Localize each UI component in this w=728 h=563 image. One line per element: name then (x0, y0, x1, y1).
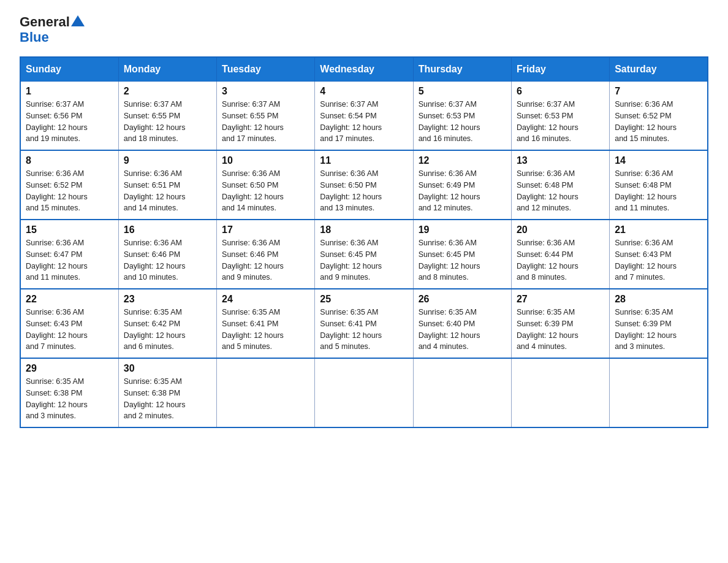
day-info: Sunrise: 6:36 AMSunset: 6:51 PMDaylight:… (124, 168, 211, 214)
day-number: 26 (419, 294, 506, 305)
day-info: Sunrise: 6:35 AMSunset: 6:41 PMDaylight:… (222, 307, 309, 353)
calendar-cell: 24Sunrise: 6:35 AMSunset: 6:41 PMDayligh… (217, 289, 315, 358)
calendar-table: SundayMondayTuesdayWednesdayThursdayFrid… (20, 56, 708, 428)
day-info: Sunrise: 6:36 AMSunset: 6:43 PMDaylight:… (26, 307, 113, 353)
calendar-cell (217, 358, 315, 427)
day-info: Sunrise: 6:35 AMSunset: 6:38 PMDaylight:… (124, 376, 211, 422)
calendar-week-row: 8Sunrise: 6:36 AMSunset: 6:52 PMDaylight… (20, 150, 708, 220)
calendar-cell: 25Sunrise: 6:35 AMSunset: 6:41 PMDayligh… (315, 289, 413, 358)
day-info: Sunrise: 6:36 AMSunset: 6:44 PMDaylight:… (517, 237, 604, 283)
calendar-cell: 26Sunrise: 6:35 AMSunset: 6:40 PMDayligh… (413, 289, 511, 358)
day-number: 6 (517, 86, 604, 97)
calendar-week-row: 1Sunrise: 6:37 AMSunset: 6:56 PMDaylight… (20, 82, 708, 151)
calendar-cell: 18Sunrise: 6:36 AMSunset: 6:45 PMDayligh… (315, 220, 413, 289)
day-number: 19 (419, 224, 506, 236)
day-number: 13 (517, 155, 604, 166)
day-info: Sunrise: 6:35 AMSunset: 6:40 PMDaylight:… (419, 307, 506, 353)
calendar-cell: 29Sunrise: 6:35 AMSunset: 6:38 PMDayligh… (20, 358, 118, 427)
day-info: Sunrise: 6:36 AMSunset: 6:50 PMDaylight:… (222, 168, 309, 214)
day-info: Sunrise: 6:36 AMSunset: 6:50 PMDaylight:… (320, 168, 408, 214)
calendar-cell: 23Sunrise: 6:35 AMSunset: 6:42 PMDayligh… (118, 289, 216, 358)
day-info: Sunrise: 6:36 AMSunset: 6:46 PMDaylight:… (124, 237, 211, 283)
day-info: Sunrise: 6:35 AMSunset: 6:38 PMDaylight:… (26, 376, 113, 422)
day-number: 16 (124, 224, 211, 236)
calendar-cell: 15Sunrise: 6:36 AMSunset: 6:47 PMDayligh… (20, 220, 118, 289)
day-number: 28 (615, 294, 702, 305)
calendar-cell: 1Sunrise: 6:37 AMSunset: 6:56 PMDaylight… (20, 82, 118, 151)
day-info: Sunrise: 6:36 AMSunset: 6:46 PMDaylight:… (222, 237, 309, 283)
day-of-week-header: Wednesday (315, 57, 413, 82)
calendar-header: SundayMondayTuesdayWednesdayThursdayFrid… (20, 57, 708, 82)
calendar-cell: 17Sunrise: 6:36 AMSunset: 6:46 PMDayligh… (217, 220, 315, 289)
day-info: Sunrise: 6:35 AMSunset: 6:39 PMDaylight:… (615, 307, 702, 353)
calendar-cell (511, 358, 609, 427)
calendar-cell: 11Sunrise: 6:36 AMSunset: 6:50 PMDayligh… (315, 150, 413, 220)
logo-general: General (20, 15, 70, 29)
calendar-cell: 12Sunrise: 6:36 AMSunset: 6:49 PMDayligh… (413, 150, 511, 220)
day-number: 15 (26, 224, 113, 236)
logo-blue: Blue (20, 29, 49, 45)
calendar-cell: 22Sunrise: 6:36 AMSunset: 6:43 PMDayligh… (20, 289, 118, 358)
day-of-week-header: Saturday (610, 57, 708, 82)
logo-triangle-icon (71, 15, 85, 26)
day-number: 7 (615, 86, 702, 97)
day-number: 22 (26, 294, 113, 305)
day-number: 4 (320, 86, 408, 97)
day-number: 18 (320, 224, 408, 236)
day-info: Sunrise: 6:37 AMSunset: 6:55 PMDaylight:… (124, 99, 211, 145)
day-number: 25 (320, 294, 408, 305)
day-of-week-header: Monday (118, 57, 216, 82)
day-number: 3 (222, 86, 309, 97)
day-info: Sunrise: 6:35 AMSunset: 6:41 PMDaylight:… (320, 307, 408, 353)
calendar-week-row: 15Sunrise: 6:36 AMSunset: 6:47 PMDayligh… (20, 220, 708, 289)
calendar-cell: 3Sunrise: 6:37 AMSunset: 6:55 PMDaylight… (217, 82, 315, 151)
day-info: Sunrise: 6:36 AMSunset: 6:45 PMDaylight:… (419, 237, 506, 283)
day-info: Sunrise: 6:37 AMSunset: 6:56 PMDaylight:… (26, 99, 113, 145)
calendar-body: 1Sunrise: 6:37 AMSunset: 6:56 PMDaylight… (20, 82, 708, 428)
calendar-cell: 28Sunrise: 6:35 AMSunset: 6:39 PMDayligh… (610, 289, 708, 358)
day-info: Sunrise: 6:36 AMSunset: 6:43 PMDaylight:… (615, 237, 702, 283)
calendar-week-row: 22Sunrise: 6:36 AMSunset: 6:43 PMDayligh… (20, 289, 708, 358)
day-of-week-header: Thursday (413, 57, 511, 82)
calendar-cell: 30Sunrise: 6:35 AMSunset: 6:38 PMDayligh… (118, 358, 216, 427)
day-info: Sunrise: 6:37 AMSunset: 6:55 PMDaylight:… (222, 99, 309, 145)
day-number: 2 (124, 86, 211, 97)
day-info: Sunrise: 6:35 AMSunset: 6:39 PMDaylight:… (517, 307, 604, 353)
day-info: Sunrise: 6:36 AMSunset: 6:52 PMDaylight:… (26, 168, 113, 214)
day-number: 11 (320, 155, 408, 166)
day-info: Sunrise: 6:36 AMSunset: 6:52 PMDaylight:… (615, 99, 702, 145)
day-number: 29 (26, 363, 113, 374)
day-number: 17 (222, 224, 309, 236)
calendar-cell: 20Sunrise: 6:36 AMSunset: 6:44 PMDayligh… (511, 220, 609, 289)
day-number: 5 (419, 86, 506, 97)
calendar-cell: 16Sunrise: 6:36 AMSunset: 6:46 PMDayligh… (118, 220, 216, 289)
calendar-week-row: 29Sunrise: 6:35 AMSunset: 6:38 PMDayligh… (20, 358, 708, 427)
page-header: General Blue (20, 15, 708, 45)
day-number: 23 (124, 294, 211, 305)
day-number: 24 (222, 294, 309, 305)
calendar-cell (413, 358, 511, 427)
calendar-cell: 10Sunrise: 6:36 AMSunset: 6:50 PMDayligh… (217, 150, 315, 220)
day-number: 14 (615, 155, 702, 166)
day-info: Sunrise: 6:36 AMSunset: 6:48 PMDaylight:… (615, 168, 702, 214)
day-number: 30 (124, 363, 211, 374)
day-number: 9 (124, 155, 211, 166)
logo: General Blue (20, 15, 85, 45)
day-of-week-header: Tuesday (217, 57, 315, 82)
svg-marker-0 (71, 15, 85, 26)
calendar-cell (610, 358, 708, 427)
day-info: Sunrise: 6:37 AMSunset: 6:54 PMDaylight:… (320, 99, 408, 145)
day-number: 21 (615, 224, 702, 236)
day-number: 10 (222, 155, 309, 166)
day-number: 27 (517, 294, 604, 305)
calendar-cell: 14Sunrise: 6:36 AMSunset: 6:48 PMDayligh… (610, 150, 708, 220)
day-info: Sunrise: 6:35 AMSunset: 6:42 PMDaylight:… (124, 307, 211, 353)
day-info: Sunrise: 6:37 AMSunset: 6:53 PMDaylight:… (517, 99, 604, 145)
calendar-cell: 7Sunrise: 6:36 AMSunset: 6:52 PMDaylight… (610, 82, 708, 151)
day-info: Sunrise: 6:36 AMSunset: 6:49 PMDaylight:… (419, 168, 506, 214)
calendar-cell: 19Sunrise: 6:36 AMSunset: 6:45 PMDayligh… (413, 220, 511, 289)
calendar-cell: 21Sunrise: 6:36 AMSunset: 6:43 PMDayligh… (610, 220, 708, 289)
day-number: 20 (517, 224, 604, 236)
day-of-week-header: Sunday (20, 57, 118, 82)
calendar-cell: 13Sunrise: 6:36 AMSunset: 6:48 PMDayligh… (511, 150, 609, 220)
